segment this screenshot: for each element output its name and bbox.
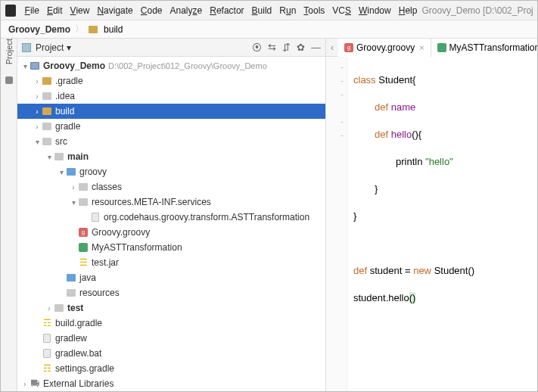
tree-item[interactable]: ☰test.jar (17, 255, 325, 270)
tree-item[interactable]: resources (17, 285, 325, 300)
menu-view[interactable]: View (67, 4, 93, 17)
code-content[interactable]: class Student{ def name def hello(){ pri… (347, 57, 537, 391)
menu-analyze[interactable]: Analyze (166, 4, 205, 17)
menu-refactor[interactable]: Refactor (207, 4, 247, 17)
menu-build[interactable]: Build (249, 4, 275, 17)
folder-icon (54, 304, 64, 312)
class-icon (437, 43, 446, 52)
editor-tabs: ‹ g Groovy.groovy × MyASTTransformation.… (326, 39, 537, 57)
folder-icon (67, 289, 76, 297)
menu-help[interactable]: Help (396, 4, 421, 17)
chevron-right-icon[interactable]: › (20, 380, 30, 388)
chevron-right-icon[interactable]: › (33, 123, 42, 131)
chevron-down-icon[interactable]: ▾ (45, 153, 54, 161)
gradle-icon: ☶ (43, 318, 51, 328)
folder-icon (42, 123, 51, 130)
folder-icon (42, 77, 51, 85)
tree-item[interactable]: ▾resources.META-INF.services (17, 194, 325, 210)
tab-label: MyASTTransformation.groo (449, 42, 537, 53)
project-view-dropdown[interactable]: Project ▾ (36, 42, 71, 53)
tree-item[interactable]: java (17, 270, 325, 285)
rail-project-label[interactable]: Project (5, 39, 14, 70)
code-editor[interactable]: --- -- class Student{ def name def hello… (326, 57, 537, 391)
folder-icon (54, 153, 64, 160)
folder-icon (42, 107, 51, 115)
tree-item[interactable]: gradlew (17, 331, 325, 346)
menu-tools[interactable]: Tools (300, 4, 328, 17)
navigation-bar: Groovy_Demo 〉 build (1, 20, 537, 39)
tree-item[interactable]: ☶build.gradle (17, 316, 325, 331)
hide-panel-icon[interactable]: — (311, 42, 321, 53)
menu-run[interactable]: Run (276, 4, 299, 17)
library-icon: ⛟ (30, 378, 39, 389)
tree-external-libs[interactable]: ›⛟External Libraries (17, 376, 325, 391)
menu-navigate[interactable]: Navigate (94, 4, 135, 17)
tree-item[interactable]: MyASTTransformation (17, 240, 325, 255)
menu-window[interactable]: Window (356, 4, 394, 17)
chevron-down-icon[interactable]: ▾ (57, 168, 66, 176)
chevron-right-icon[interactable]: › (45, 304, 54, 313)
chevron-right-icon[interactable]: › (33, 107, 42, 116)
jar-icon: ☰ (79, 257, 88, 268)
collapse-all-icon[interactable]: ⇵ (282, 42, 291, 53)
source-folder-icon (67, 168, 76, 176)
chevron-right-icon[interactable]: › (69, 183, 78, 191)
chevron-right-icon[interactable]: › (33, 77, 42, 86)
editor-tab-active[interactable]: g Groovy.groovy × (338, 39, 431, 57)
source-folder-icon (67, 274, 76, 282)
chevron-right-icon[interactable]: › (33, 92, 42, 101)
tree-item[interactable]: gGroovy.groovy (17, 225, 325, 240)
editor-tab[interactable]: MyASTTransformation.groo (431, 39, 537, 57)
class-icon (79, 243, 88, 252)
rail-structure-icon[interactable] (5, 76, 13, 84)
tree-item[interactable]: ›.gradle (17, 73, 325, 89)
groovy-file-icon: g (344, 43, 353, 52)
breadcrumb-root[interactable]: Groovy_Demo (8, 24, 70, 35)
file-icon (43, 334, 51, 343)
tree-item[interactable]: org.codehaus.groovy.transform.ASTTransfo… (17, 210, 325, 225)
locate-icon[interactable]: ⦿ (252, 42, 262, 53)
tab-label: Groovy.groovy (356, 42, 415, 53)
tool-window-stripe-left: Project (1, 39, 17, 391)
folder-icon (79, 198, 88, 206)
file-icon (92, 213, 99, 222)
tree-item[interactable]: ›.idea (17, 89, 325, 104)
folder-icon (89, 26, 98, 33)
folder-icon (79, 183, 88, 191)
folder-icon (42, 138, 51, 145)
tree-item[interactable]: ▾groovy (17, 164, 325, 179)
project-tree[interactable]: ▾ Groovy_Demo D:\002_Project\012_Groovy\… (17, 57, 325, 391)
chevron-down-icon[interactable]: ▾ (69, 198, 78, 207)
project-tool-window: Project ▾ ⦿ ⇆ ⇵ ✿ — ▾ Groovy_Demo D:\002… (17, 39, 326, 391)
tree-item[interactable]: gradlew.bat (17, 346, 325, 361)
menu-file[interactable]: File (22, 4, 42, 17)
groovy-file-icon: g (79, 228, 88, 237)
tree-item-selected[interactable]: ›build (17, 104, 325, 119)
project-view-icon (22, 43, 31, 52)
tree-item[interactable]: ›classes (17, 179, 325, 194)
menu-edit[interactable]: Edit (44, 4, 66, 17)
tree-item[interactable]: ▾main (17, 149, 325, 164)
chevron-right-icon: 〉 (75, 23, 84, 36)
close-icon[interactable]: × (419, 43, 424, 52)
app-icon (5, 5, 16, 17)
window-title-path: Groovy_Demo [D:\002_Project\0 (421, 5, 533, 16)
chevron-down-icon[interactable]: ▾ (20, 62, 30, 70)
menu-code[interactable]: Code (138, 4, 166, 17)
chevron-down-icon[interactable]: ▾ (33, 138, 42, 146)
menu-vcs[interactable]: VCS (329, 4, 354, 17)
menu-bar: File Edit View Navigate Code Analyze Ref… (1, 1, 537, 20)
tree-item[interactable]: ☶settings.gradle (17, 361, 325, 376)
tree-item[interactable]: ›test (17, 300, 325, 316)
editor-panel: ‹ g Groovy.groovy × MyASTTransformation.… (326, 39, 537, 391)
settings-gear-icon[interactable]: ✿ (297, 42, 305, 53)
tab-prev-icon[interactable]: ‹ (326, 42, 338, 53)
breadcrumb-item[interactable]: build (104, 24, 123, 35)
file-icon (43, 349, 51, 358)
tree-item[interactable]: ▾src (17, 134, 325, 149)
tree-item[interactable]: ›gradle (17, 119, 325, 134)
editor-gutter: --- -- (326, 57, 347, 391)
expand-all-icon[interactable]: ⇆ (268, 42, 276, 53)
gradle-icon: ☶ (43, 363, 51, 374)
tree-root[interactable]: ▾ Groovy_Demo D:\002_Project\012_Groovy\… (17, 58, 325, 73)
